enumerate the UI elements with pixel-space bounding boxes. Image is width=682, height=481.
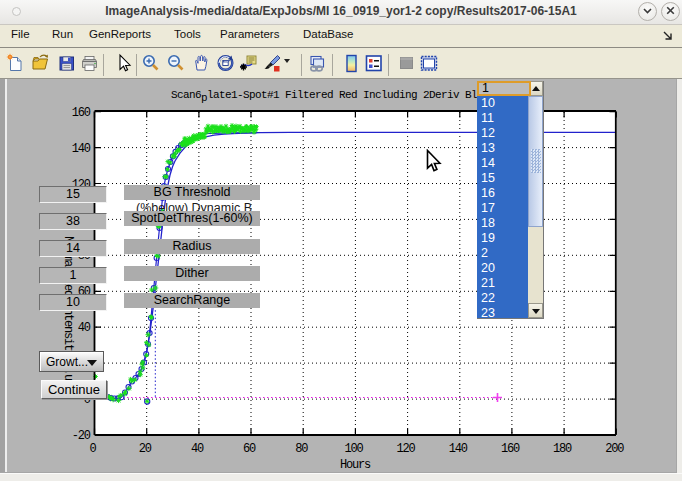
svg-text:140: 140 — [72, 142, 91, 156]
svg-text:120: 120 — [397, 442, 416, 456]
svg-text:40: 40 — [191, 442, 204, 456]
svg-text:0: 0 — [89, 442, 96, 456]
svg-text:40: 40 — [78, 321, 91, 335]
svg-text:140: 140 — [449, 442, 468, 456]
svg-text:80: 80 — [295, 442, 308, 456]
svg-text:60: 60 — [243, 442, 256, 456]
svg-text:160: 160 — [501, 442, 520, 456]
svg-text:200: 200 — [605, 442, 624, 456]
svg-text:20: 20 — [139, 442, 152, 456]
svg-text:100: 100 — [344, 442, 363, 456]
svg-text:Hours: Hours — [340, 458, 371, 472]
svg-text:180: 180 — [553, 442, 572, 456]
svg-text:160: 160 — [72, 106, 91, 120]
svg-text:-20: -20 — [72, 429, 91, 443]
